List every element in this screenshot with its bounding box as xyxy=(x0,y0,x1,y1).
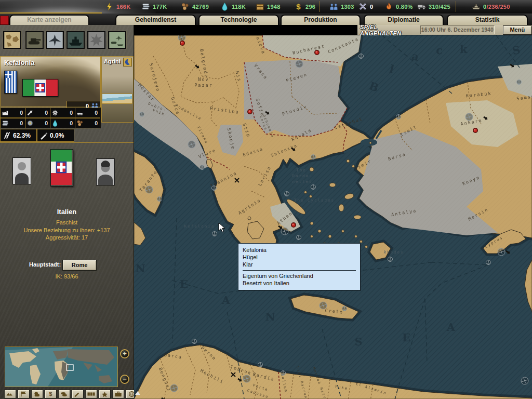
tab-geheimdienst[interactable]: Geheimdienst xyxy=(115,15,196,25)
map-scroll-arrow[interactable] xyxy=(135,391,140,395)
date-time-button[interactable]: 16:00 Uhr 6. Dezember 1940 xyxy=(420,25,495,34)
map-label: The xyxy=(296,168,307,172)
map-label: E xyxy=(402,331,410,344)
country-flag-italy xyxy=(50,149,73,187)
mode-button-map-mode[interactable] xyxy=(3,31,21,49)
mapmode-button-weather[interactable] xyxy=(31,390,43,398)
tab-technologie[interactable]: Technologie xyxy=(198,15,279,25)
metal-value: 0 xyxy=(20,121,23,126)
region-panel: Agrini xyxy=(101,56,134,123)
tooltip-divider xyxy=(243,270,356,271)
manpower-icon xyxy=(329,2,338,11)
base-icon xyxy=(145,186,153,193)
transports-icon xyxy=(417,2,426,11)
stat-cell-attack-arrow: 0 xyxy=(25,108,50,118)
country-ideology: Faschist xyxy=(0,219,134,225)
resource-dissent: 0.80% xyxy=(384,2,413,11)
map-label: E xyxy=(180,277,188,290)
resource-metal: 177K xyxy=(141,2,167,11)
status-bar: SPIEL ANGEHALTEN 16:00 Uhr 6. Dezember 1… xyxy=(357,25,532,35)
resource-energy-value: 166K xyxy=(116,4,131,10)
stat-cell-rare-materials: 0 xyxy=(75,118,100,128)
capital-row: Hauptstadt: Rome xyxy=(0,260,134,270)
tab-produktion[interactable]: Produktion xyxy=(281,15,361,25)
mapmode-button-units[interactable] xyxy=(85,390,97,398)
mapmode-button-terrain[interactable] xyxy=(4,390,16,398)
resource-money: $296 xyxy=(294,2,315,11)
mode-button-air-units[interactable] xyxy=(46,31,64,49)
mapmode-button-victory[interactable] xyxy=(99,390,111,398)
svg-text:$: $ xyxy=(49,391,52,397)
minimap[interactable] xyxy=(5,347,118,387)
mode-button-units-overview[interactable] xyxy=(108,31,126,49)
port-icon xyxy=(157,197,162,202)
map-label: k xyxy=(460,43,468,56)
port-icon xyxy=(388,257,393,262)
map-label: N xyxy=(135,262,145,275)
money-icon: $ xyxy=(294,2,303,11)
paused-indicator: SPIEL ANGEHALTEN xyxy=(360,24,417,36)
convoys-icon xyxy=(472,2,481,11)
mapmode-button-supplies[interactable] xyxy=(112,390,124,398)
base-icon xyxy=(188,141,195,148)
base-icon xyxy=(243,375,250,382)
stat-cell-metal: 0 xyxy=(1,118,25,128)
tooltip-line: Klar xyxy=(243,261,356,268)
corner-red-button[interactable] xyxy=(0,16,9,25)
weather-clear-icon xyxy=(123,58,132,66)
port-icon xyxy=(212,232,217,236)
capital-button[interactable]: Rome xyxy=(62,260,97,271)
zoom-in-button[interactable]: + xyxy=(120,349,129,358)
metal-icon xyxy=(141,2,150,11)
resource-escorts: 0 xyxy=(358,2,373,11)
rare-materials-value: 0 xyxy=(95,121,98,126)
resource-dissent-value: 0.80% xyxy=(396,4,413,10)
entrenchment-icon xyxy=(39,131,48,140)
mapmode-button-entrenchment[interactable] xyxy=(72,390,84,398)
province-tooltip: KefaloniaHügelKlar Eigentum von Griechen… xyxy=(238,243,361,290)
map-label: N xyxy=(265,310,275,323)
resource-manpower: 1303 xyxy=(329,2,354,11)
province-name: Kefalonia xyxy=(4,59,35,66)
greece-flag xyxy=(4,71,17,94)
game-window: 166K177K42769118K1948$296130300.80%310/4… xyxy=(0,0,532,399)
mode-button-land-units[interactable] xyxy=(25,31,44,49)
head-of-government-portrait xyxy=(96,158,115,185)
capital-marker xyxy=(248,110,252,114)
supplies-icon xyxy=(256,2,264,11)
map-label: Nov xyxy=(198,77,209,82)
separator xyxy=(456,1,456,12)
port-icon xyxy=(359,54,364,59)
tab-karte-anzeigen[interactable]: Karte anzeigen xyxy=(9,15,89,25)
zoom-out-button[interactable]: − xyxy=(120,375,129,384)
entrenchment-value: 0.0% xyxy=(50,132,64,139)
region-name: Agrini xyxy=(104,58,121,64)
rare-materials-icon xyxy=(76,119,84,127)
stat-cell-factory: 0 xyxy=(1,108,25,118)
base-icon xyxy=(281,228,288,235)
map-label: Rhodes xyxy=(383,250,404,255)
smoke-decoration xyxy=(0,0,156,14)
stat-cell-vehicles: 0 xyxy=(75,108,100,118)
mapmode-button-resources[interactable] xyxy=(58,390,70,398)
resource-supplies: 1948 xyxy=(256,2,281,11)
menu-button[interactable]: Menü xyxy=(503,25,532,35)
base-icon xyxy=(466,113,473,121)
energy-orb-value: 0 xyxy=(45,121,48,126)
base-icon xyxy=(178,35,185,41)
map-canvas[interactable]: SarajevoUziceBelgradeNovPazarNisVracaPle… xyxy=(134,35,532,399)
sidebar: Kefalonia xyxy=(0,25,134,399)
factory-value: 0 xyxy=(20,110,23,116)
base-icon xyxy=(498,248,505,256)
resource-bar: 166K177K42769118K1948$296130300.80%310/4… xyxy=(0,0,532,14)
resource-energy: 166K xyxy=(105,2,131,11)
stat-cell-anti-air: 0 xyxy=(50,108,75,118)
mapmode-button-economy[interactable]: $ xyxy=(45,390,57,398)
province-stats-row2: 0000 xyxy=(0,118,101,128)
oil-icon xyxy=(51,119,59,127)
port-icon xyxy=(200,165,205,170)
anti-air-icon xyxy=(51,109,59,116)
tab-statistik[interactable]: Statistik xyxy=(447,15,528,25)
mapmode-button-political[interactable] xyxy=(18,390,30,398)
mode-button-naval-units[interactable] xyxy=(66,31,85,49)
